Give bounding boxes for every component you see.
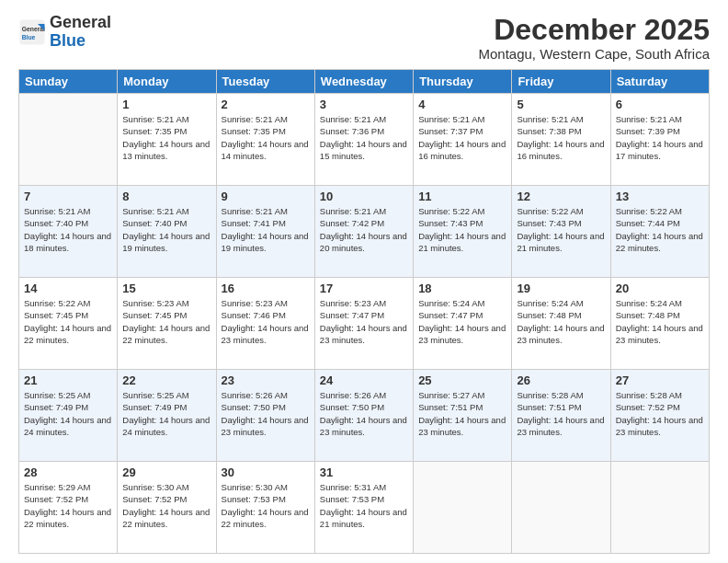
svg-text:Blue: Blue	[22, 33, 36, 40]
calendar-week-row: 28 Sunrise: 5:29 AM Sunset: 7:52 PM Dayl…	[19, 462, 710, 554]
sunrise-text: Sunrise: 5:21 AM	[418, 113, 506, 125]
sunrise-text: Sunrise: 5:28 AM	[517, 389, 605, 401]
sunrise-text: Sunrise: 5:27 AM	[418, 389, 506, 401]
table-row: 17 Sunrise: 5:23 AM Sunset: 7:47 PM Dayl…	[314, 278, 413, 370]
sunset-text: Sunset: 7:48 PM	[616, 309, 704, 321]
sunrise-text: Sunrise: 5:22 AM	[24, 297, 112, 309]
daylight-text: Daylight: 14 hours and 19 minutes.	[122, 230, 210, 255]
daylight-text: Daylight: 14 hours and 21 minutes.	[418, 230, 506, 255]
day-number: 19	[517, 282, 605, 295]
sunrise-text: Sunrise: 5:21 AM	[24, 205, 112, 217]
col-saturday: Saturday	[610, 70, 709, 94]
table-row: 18 Sunrise: 5:24 AM Sunset: 7:47 PM Dayl…	[414, 278, 512, 370]
sunrise-text: Sunrise: 5:28 AM	[616, 389, 704, 401]
sunset-text: Sunset: 7:53 PM	[222, 493, 310, 505]
sunrise-text: Sunrise: 5:25 AM	[24, 389, 112, 401]
day-number: 28	[24, 465, 112, 479]
daylight-text: Daylight: 14 hours and 16 minutes.	[418, 138, 506, 163]
table-row: 25 Sunrise: 5:27 AM Sunset: 7:51 PM Dayl…	[414, 370, 512, 462]
daylight-text: Daylight: 14 hours and 18 minutes.	[24, 230, 112, 255]
page: General Blue General Blue December 2025 …	[0, 0, 728, 563]
sunset-text: Sunset: 7:45 PM	[122, 309, 210, 321]
day-number: 10	[320, 190, 408, 203]
day-number: 14	[24, 282, 112, 295]
day-number: 8	[122, 190, 210, 203]
sunrise-text: Sunrise: 5:29 AM	[24, 481, 112, 493]
sunrise-text: Sunrise: 5:30 AM	[222, 481, 310, 493]
day-info: Sunrise: 5:22 AM Sunset: 7:44 PM Dayligh…	[616, 205, 704, 254]
table-row: 19 Sunrise: 5:24 AM Sunset: 7:48 PM Dayl…	[512, 278, 610, 370]
table-row: 11 Sunrise: 5:22 AM Sunset: 7:43 PM Dayl…	[414, 186, 512, 278]
col-monday: Monday	[118, 70, 216, 94]
day-info: Sunrise: 5:24 AM Sunset: 7:47 PM Dayligh…	[418, 297, 506, 346]
daylight-text: Daylight: 14 hours and 22 minutes.	[24, 506, 112, 531]
table-row: 22 Sunrise: 5:25 AM Sunset: 7:49 PM Dayl…	[118, 370, 216, 462]
sunrise-text: Sunrise: 5:31 AM	[320, 481, 408, 493]
daylight-text: Daylight: 14 hours and 13 minutes.	[122, 138, 210, 163]
sunrise-text: Sunrise: 5:23 AM	[122, 297, 210, 309]
day-number: 11	[418, 190, 506, 203]
day-info: Sunrise: 5:21 AM Sunset: 7:40 PM Dayligh…	[122, 205, 210, 254]
day-number: 16	[222, 282, 310, 295]
table-row: 13 Sunrise: 5:22 AM Sunset: 7:44 PM Dayl…	[610, 186, 709, 278]
day-info: Sunrise: 5:21 AM Sunset: 7:41 PM Dayligh…	[222, 205, 310, 254]
col-friday: Friday	[512, 70, 610, 94]
day-info: Sunrise: 5:21 AM Sunset: 7:40 PM Dayligh…	[24, 205, 112, 254]
daylight-text: Daylight: 14 hours and 22 minutes.	[24, 322, 112, 347]
daylight-text: Daylight: 14 hours and 15 minutes.	[320, 138, 408, 163]
day-number: 24	[320, 373, 408, 387]
day-info: Sunrise: 5:24 AM Sunset: 7:48 PM Dayligh…	[616, 297, 704, 346]
sunrise-text: Sunrise: 5:22 AM	[517, 205, 605, 217]
day-info: Sunrise: 5:22 AM Sunset: 7:43 PM Dayligh…	[517, 205, 605, 254]
day-info: Sunrise: 5:25 AM Sunset: 7:49 PM Dayligh…	[24, 389, 112, 438]
table-row: 12 Sunrise: 5:22 AM Sunset: 7:43 PM Dayl…	[512, 186, 610, 278]
calendar-table: Sunday Monday Tuesday Wednesday Thursday…	[18, 69, 710, 554]
sunset-text: Sunset: 7:38 PM	[517, 125, 605, 137]
day-number: 30	[222, 465, 310, 479]
header: General Blue General Blue December 2025 …	[18, 14, 710, 62]
sunset-text: Sunset: 7:36 PM	[320, 125, 408, 137]
daylight-text: Daylight: 14 hours and 19 minutes.	[222, 230, 310, 255]
sunset-text: Sunset: 7:39 PM	[616, 125, 704, 137]
table-row: 1 Sunrise: 5:21 AM Sunset: 7:35 PM Dayli…	[118, 94, 216, 186]
day-number: 20	[616, 282, 704, 295]
table-row	[610, 462, 709, 554]
day-info: Sunrise: 5:30 AM Sunset: 7:52 PM Dayligh…	[122, 481, 210, 530]
calendar-week-row: 14 Sunrise: 5:22 AM Sunset: 7:45 PM Dayl…	[19, 278, 710, 370]
day-info: Sunrise: 5:27 AM Sunset: 7:51 PM Dayligh…	[418, 389, 506, 438]
table-row: 20 Sunrise: 5:24 AM Sunset: 7:48 PM Dayl…	[610, 278, 709, 370]
table-row	[414, 462, 512, 554]
table-row: 10 Sunrise: 5:21 AM Sunset: 7:42 PM Dayl…	[314, 186, 413, 278]
table-row: 30 Sunrise: 5:30 AM Sunset: 7:53 PM Dayl…	[216, 462, 314, 554]
day-number: 27	[616, 373, 704, 387]
table-row: 26 Sunrise: 5:28 AM Sunset: 7:51 PM Dayl…	[512, 370, 610, 462]
sunset-text: Sunset: 7:52 PM	[122, 493, 210, 505]
daylight-text: Daylight: 14 hours and 23 minutes.	[320, 322, 408, 347]
day-info: Sunrise: 5:21 AM Sunset: 7:38 PM Dayligh…	[517, 113, 605, 162]
day-number: 13	[616, 190, 704, 203]
sunrise-text: Sunrise: 5:22 AM	[418, 205, 506, 217]
sunrise-text: Sunrise: 5:26 AM	[222, 389, 310, 401]
table-row: 9 Sunrise: 5:21 AM Sunset: 7:41 PM Dayli…	[216, 186, 314, 278]
daylight-text: Daylight: 14 hours and 24 minutes.	[24, 414, 112, 439]
day-info: Sunrise: 5:28 AM Sunset: 7:51 PM Dayligh…	[517, 389, 605, 438]
day-number: 1	[122, 98, 210, 111]
sunset-text: Sunset: 7:51 PM	[418, 401, 506, 413]
col-thursday: Thursday	[414, 70, 512, 94]
daylight-text: Daylight: 14 hours and 17 minutes.	[616, 138, 704, 163]
table-row	[19, 94, 118, 186]
day-info: Sunrise: 5:23 AM Sunset: 7:46 PM Dayligh…	[222, 297, 310, 346]
day-number: 22	[122, 373, 210, 387]
table-row	[512, 462, 610, 554]
sunset-text: Sunset: 7:50 PM	[222, 401, 310, 413]
month-title: December 2025	[478, 14, 710, 46]
day-info: Sunrise: 5:30 AM Sunset: 7:53 PM Dayligh…	[222, 481, 310, 530]
svg-rect-0	[20, 19, 45, 44]
table-row: 3 Sunrise: 5:21 AM Sunset: 7:36 PM Dayli…	[314, 94, 413, 186]
day-info: Sunrise: 5:21 AM Sunset: 7:39 PM Dayligh…	[616, 113, 704, 162]
sunset-text: Sunset: 7:47 PM	[320, 309, 408, 321]
sunset-text: Sunset: 7:42 PM	[320, 217, 408, 229]
sunset-text: Sunset: 7:41 PM	[222, 217, 310, 229]
daylight-text: Daylight: 14 hours and 22 minutes.	[222, 506, 310, 531]
day-info: Sunrise: 5:21 AM Sunset: 7:35 PM Dayligh…	[122, 113, 210, 162]
